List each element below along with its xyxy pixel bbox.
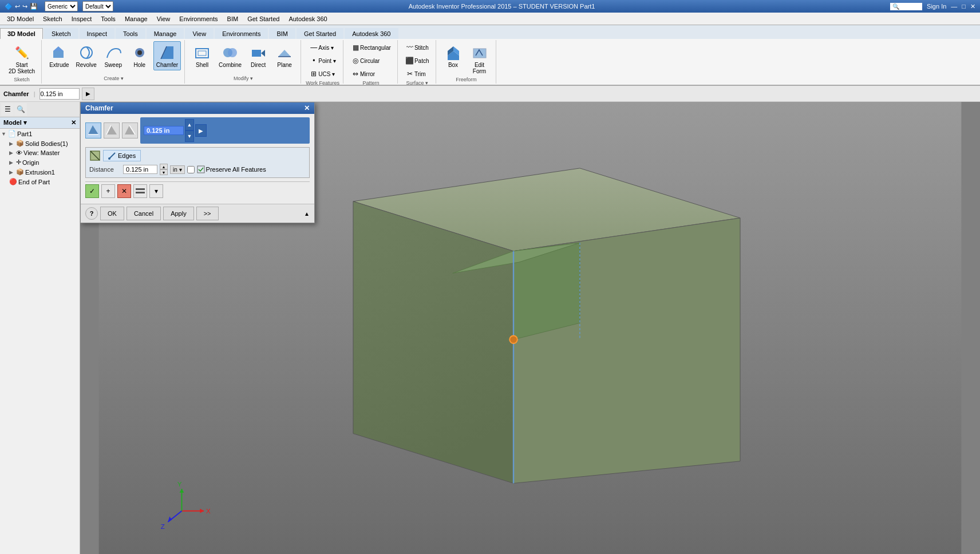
distance-decrease-btn[interactable]: ▼ — [160, 169, 168, 175]
model-filter-btn[interactable]: ☰ — [1, 103, 14, 116]
box-btn[interactable]: Box — [441, 41, 466, 70]
expand-solidbodies[interactable]: ▶ — [9, 141, 15, 147]
hole-btn[interactable]: Hole — [127, 41, 152, 70]
trim-btn[interactable]: ✂ Trim — [402, 68, 432, 80]
tab-3dmodel[interactable]: 3D Model — [0, 28, 43, 39]
apply-button[interactable]: Apply — [163, 207, 194, 220]
help-button[interactable]: ? — [85, 207, 98, 220]
add-btn[interactable]: + — [101, 184, 115, 198]
search-box[interactable]: 🔍 — [890, 3, 922, 10]
axis-btn[interactable]: — Axis ▾ — [306, 41, 339, 54]
cancel-button[interactable]: Cancel — [127, 207, 161, 220]
plane-btn[interactable]: Plane — [272, 41, 297, 70]
distance-input[interactable] — [123, 165, 157, 174]
confirm-btn[interactable]: ✓ — [85, 184, 99, 198]
collapse-arrow[interactable]: ▲ — [304, 211, 310, 217]
quick-expand-btn[interactable]: ▶ — [82, 88, 94, 100]
more-button[interactable]: >> — [196, 207, 219, 220]
mirror-btn[interactable]: ⇔ Mirror — [348, 68, 394, 80]
tree-item-endofpart[interactable]: 🔴 End of Part — [0, 177, 80, 187]
menu-manage[interactable]: Manage — [120, 14, 152, 23]
menu-tools[interactable]: Tools — [96, 14, 120, 23]
rectangular-label: Rectangular — [360, 45, 391, 51]
profile-select[interactable]: Generic — [45, 1, 78, 11]
chamfer-mode-dist-angle[interactable] — [122, 122, 138, 138]
tree-item-viewmaster[interactable]: ▶ 👁 View: Master — [0, 148, 80, 157]
edges-select-btn[interactable]: Edges — [103, 150, 141, 161]
menu-autodesk360[interactable]: Autodesk 360 — [284, 14, 331, 23]
model-close-btn[interactable]: ✕ — [71, 119, 76, 126]
quick-access-redo[interactable]: ↪ — [22, 3, 27, 10]
menu-view[interactable]: View — [152, 14, 175, 23]
edit-form-btn[interactable]: EditForm — [467, 41, 492, 77]
options-btn[interactable] — [133, 184, 147, 198]
menu-getstarted[interactable]: Get Started — [243, 14, 284, 23]
tab-view[interactable]: View — [185, 28, 214, 39]
maximize-btn[interactable]: □ — [962, 3, 966, 10]
tab-autodesk360[interactable]: Autodesk 360 — [345, 28, 398, 39]
chamfer-mode-two-dist[interactable] — [104, 122, 120, 138]
ucs-btn[interactable]: ⊞ UCS ▾ — [306, 68, 339, 80]
tree-item-extrusion1[interactable]: ▶ 📦 Extrusion1 — [0, 167, 80, 177]
patch-btn[interactable]: ⬛ Patch — [402, 54, 432, 67]
chamfer-quick-input[interactable] — [39, 88, 80, 100]
expand-viewmaster[interactable]: ▶ — [9, 150, 15, 156]
tab-inspect[interactable]: Inspect — [80, 28, 114, 39]
sign-in-btn[interactable]: Sign In — [927, 3, 946, 10]
menu-bim[interactable]: BIM — [223, 14, 243, 23]
direct-icon — [249, 43, 267, 62]
value-decrease-btn[interactable]: ▼ — [185, 130, 194, 142]
sep1: | — [34, 90, 35, 97]
stitch-btn[interactable]: 〰 Stitch — [402, 41, 432, 54]
close-btn[interactable]: ✕ — [970, 3, 975, 10]
preserve-checkbox[interactable] — [187, 166, 195, 173]
extrude-btn[interactable]: Extrude — [46, 41, 72, 70]
value-expand-btn[interactable]: ▶ — [195, 124, 207, 137]
tab-sketch[interactable]: Sketch — [44, 28, 78, 39]
menu-inspect[interactable]: Inspect — [67, 14, 96, 23]
svg-point-43 — [108, 157, 110, 160]
distance-units-btn[interactable]: in ▾ — [170, 165, 185, 174]
direct-label: Direct — [251, 62, 266, 68]
tab-getstarted[interactable]: Get Started — [297, 28, 343, 39]
menu-environments[interactable]: Environments — [175, 14, 222, 23]
chamfer-mode-edge-dist[interactable] — [85, 122, 101, 138]
start-2d-sketch-btn[interactable]: ✏️ Start2D Sketch — [6, 41, 38, 77]
menu-sketch[interactable]: Sketch — [38, 14, 67, 23]
minimize-btn[interactable]: — — [951, 3, 957, 10]
combine-btn[interactable]: Combine — [216, 41, 244, 70]
rectangular-btn[interactable]: ▦ Rectangular — [348, 41, 394, 54]
quick-access-save[interactable]: 💾 — [30, 3, 38, 10]
sweep-btn[interactable]: Sweep — [101, 41, 126, 70]
distance-increase-btn[interactable]: ▲ — [160, 164, 168, 169]
expand-extrusion1[interactable]: ▶ — [9, 169, 15, 175]
tab-bim[interactable]: BIM — [269, 28, 295, 39]
circular-btn[interactable]: ◎ Circular — [348, 54, 394, 67]
menu-3dmodel[interactable]: 3D Model — [2, 14, 38, 23]
tree-item-solidbodies[interactable]: ▶ 📦 Solid Bodies(1) — [0, 138, 80, 148]
tree-item-origin[interactable]: ▶ ✛ Origin — [0, 157, 80, 167]
expand-options-btn[interactable]: ▾ — [149, 184, 163, 198]
chamfer-dialog-close[interactable]: ✕ — [304, 104, 310, 112]
remove-btn[interactable]: ✕ — [117, 184, 131, 198]
model-search-btn[interactable]: 🔍 — [14, 103, 27, 116]
chamfer-btn[interactable]: Chamfer — [153, 41, 181, 70]
shell-btn[interactable]: Shell — [189, 41, 215, 70]
chamfer-dialog: Chamfer ✕ — [80, 102, 315, 223]
chamfer-value-input[interactable] — [144, 126, 184, 135]
expand-part1[interactable]: ▼ — [1, 131, 7, 137]
quick-access-undo[interactable]: ↩ — [15, 3, 20, 10]
direct-btn[interactable]: Direct — [246, 41, 271, 70]
tab-tools[interactable]: Tools — [116, 28, 145, 39]
preserve-label[interactable]: Preserve All Features — [197, 165, 266, 173]
tree-item-part1[interactable]: ▼ 📄 Part1 — [0, 129, 80, 138]
tab-manage[interactable]: Manage — [147, 28, 184, 39]
tab-environments[interactable]: Environments — [215, 28, 268, 39]
chamfer-input-row: ▲ ▼ ▶ — [140, 117, 310, 144]
revolve-btn[interactable]: Revolve — [73, 41, 100, 70]
value-increase-btn[interactable]: ▲ — [185, 119, 194, 130]
style-select[interactable]: Default — [82, 1, 113, 11]
ok-button[interactable]: OK — [100, 207, 124, 220]
point-btn[interactable]: • Point ▾ — [306, 54, 339, 67]
expand-origin[interactable]: ▶ — [9, 160, 15, 165]
